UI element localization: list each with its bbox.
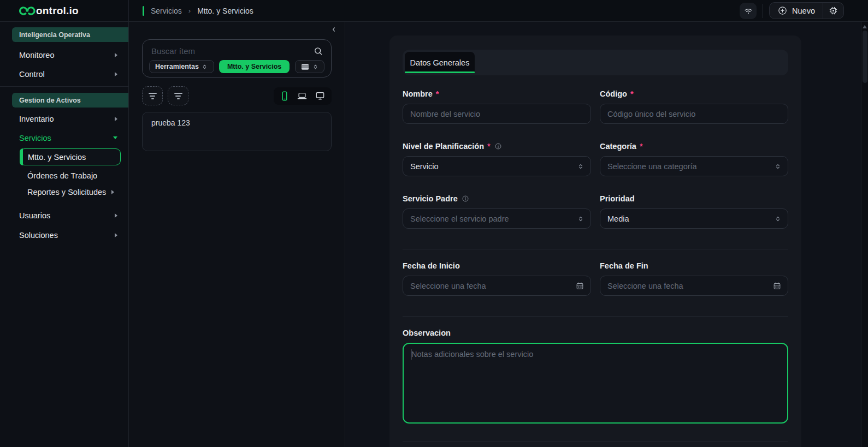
chevron-right-icon: ›: [188, 7, 191, 15]
sidebar-item-soluciones[interactable]: Soluciones: [0, 229, 128, 241]
sidebar-item-usuarios[interactable]: Usuarios: [0, 209, 128, 222]
brand-logo[interactable]: ontrol.io: [0, 0, 129, 21]
search-field[interactable]: Buscar ítem: [143, 40, 331, 56]
field-prioridad: Prioridad Media: [600, 194, 788, 229]
fecha-inicio-placeholder: Seleccione una fecha: [403, 282, 486, 290]
calendar-icon: [772, 281, 782, 290]
codigo-input[interactable]: [600, 104, 788, 123]
prioridad-select[interactable]: Media: [600, 208, 788, 229]
wifi-button[interactable]: [740, 3, 757, 19]
chevron-right-icon: [111, 190, 114, 194]
new-button[interactable]: Nuevo: [770, 3, 823, 19]
fecha-fin-picker[interactable]: Seleccione una fecha: [600, 276, 788, 296]
chevron-updown-icon: [312, 63, 319, 70]
scroll-up-arrow-icon[interactable]: [863, 25, 867, 28]
tab-datos-generales[interactable]: Datos Generales: [405, 52, 475, 73]
nombre-input[interactable]: [403, 104, 591, 123]
desktop-view-button[interactable]: [314, 91, 326, 102]
servicio-padre-select[interactable]: Seleccione el servicio padre: [403, 208, 591, 229]
form-divider: [403, 316, 788, 317]
list-item-prueba-123[interactable]: prueba 123: [142, 112, 332, 151]
category-filter-chip[interactable]: Mtto. y Servicios: [219, 60, 290, 73]
type-filter-select[interactable]: Herramientas: [149, 60, 214, 73]
toolbar-row: [142, 86, 332, 105]
chevron-right-icon: [115, 72, 117, 76]
form-divider: [403, 249, 788, 249]
fecha-fin-placeholder: Seleccione una fecha: [600, 282, 683, 290]
observacion-textarea[interactable]: [404, 344, 787, 422]
vertical-scrollbar[interactable]: [861, 22, 868, 447]
observacion-textarea-wrap: [403, 343, 788, 424]
scrollbar-thumb[interactable]: [863, 31, 867, 83]
filter-button-2[interactable]: [168, 86, 188, 105]
calendar-icon: [575, 281, 584, 290]
sidebar-item-control[interactable]: Control: [0, 68, 128, 80]
sidebar-item-label: Mtto. y Servicios: [28, 153, 86, 162]
sidebar-item-inventario[interactable]: Inventario: [0, 112, 128, 125]
monitor-icon: [314, 91, 326, 102]
field-label: Categoría: [600, 142, 636, 151]
categoria-select[interactable]: Seleccione una categoría: [600, 156, 788, 176]
form-fields: Nombre * Código *: [403, 90, 788, 447]
field-label: Nombre: [403, 90, 433, 98]
sidebar-section-label: Inteligencia Operativa: [19, 31, 90, 39]
categoria-select-placeholder: Seleccione una categoría: [600, 162, 697, 171]
chevron-updown-icon: [774, 163, 782, 170]
form-divider: [403, 442, 788, 442]
breadcrumb-parent[interactable]: Servicios: [151, 7, 182, 15]
sidebar-item-ordenes-de-trabajo[interactable]: Órdenes de Trabajo: [0, 169, 128, 182]
search-filter-card: Buscar ítem Herramientas Mtto. y Servi: [142, 39, 332, 78]
view-mode-select[interactable]: [295, 60, 324, 73]
info-icon: [461, 194, 470, 203]
collapse-panel-button[interactable]: [330, 26, 338, 33]
nivel-select[interactable]: Servicio: [403, 156, 591, 176]
prioridad-select-value: Media: [600, 214, 629, 223]
field-label: Nivel de Planificación: [403, 142, 484, 151]
field-observacion: Observacion: [403, 329, 788, 424]
cpu-chip-icon: [828, 5, 839, 16]
phone-icon: [279, 90, 290, 102]
info-icon: [494, 142, 503, 151]
chevron-updown-icon: [577, 163, 584, 170]
search-icon: [313, 46, 323, 56]
topbar-divider: [763, 4, 763, 18]
field-servicio-padre: Servicio Padre Seleccione el servicio pa…: [403, 194, 591, 229]
field-label: Fecha de Fin: [600, 261, 648, 270]
chevron-updown-icon: [774, 215, 782, 223]
sidebar-item-reportes-y-solicitudes[interactable]: Reportes y Solicitudes: [0, 186, 128, 198]
fecha-inicio-picker[interactable]: Seleccione una fecha: [403, 276, 591, 296]
mobile-view-button[interactable]: [279, 90, 290, 102]
field-fecha-inicio: Fecha de Inicio Seleccione una fecha: [403, 261, 591, 296]
sidebar-item-label: Reportes y Solicitudes: [27, 188, 106, 196]
sidebar-item-servicios[interactable]: Servicios: [0, 132, 128, 144]
field-nivel-planificacion: Nivel de Planificación * Servicio: [403, 142, 591, 176]
laptop-view-button[interactable]: [296, 91, 308, 102]
device-settings-button[interactable]: [823, 3, 843, 19]
filter-button-1[interactable]: [142, 86, 163, 105]
field-label: Fecha de Inicio: [403, 261, 460, 270]
field-label: Prioridad: [600, 194, 635, 203]
sidebar-item-label: Servicios: [19, 134, 113, 142]
field-label: Servicio Padre: [403, 194, 458, 203]
sidebar-item-mtto-y-servicios[interactable]: Mtto. y Servicios: [20, 148, 121, 165]
tab-label: Datos Generales: [410, 58, 470, 67]
service-form-card: Datos Generales Nombre * Código: [389, 35, 801, 447]
required-marker: *: [630, 90, 634, 98]
field-categoria: Categoría * Seleccione una categoría: [600, 142, 788, 176]
new-button-label: Nuevo: [792, 7, 815, 15]
filter-pills: Herramientas Mtto. y Servicios: [143, 56, 331, 73]
required-marker: *: [640, 142, 643, 151]
filter-icon: [174, 93, 182, 94]
servicio-padre-placeholder: Seleccione el servicio padre: [403, 214, 509, 223]
breadcrumb-current: Mtto. y Servicios: [197, 7, 253, 15]
required-marker: *: [436, 90, 439, 98]
device-view-toggle: [274, 87, 332, 105]
required-marker: *: [487, 142, 491, 151]
field-nombre: Nombre *: [403, 90, 591, 124]
sidebar-item-monitoreo[interactable]: Monitoreo: [0, 49, 128, 61]
item-list-panel: Buscar ítem Herramientas Mtto. y Servi: [129, 22, 345, 447]
sidebar-item-label: Soluciones: [19, 231, 115, 240]
brand-name: ontrol.io: [36, 5, 79, 17]
top-bar: ontrol.io Servicios › Mtto. y Servicios: [0, 0, 868, 22]
breadcrumb-accent-bar: [143, 6, 144, 16]
